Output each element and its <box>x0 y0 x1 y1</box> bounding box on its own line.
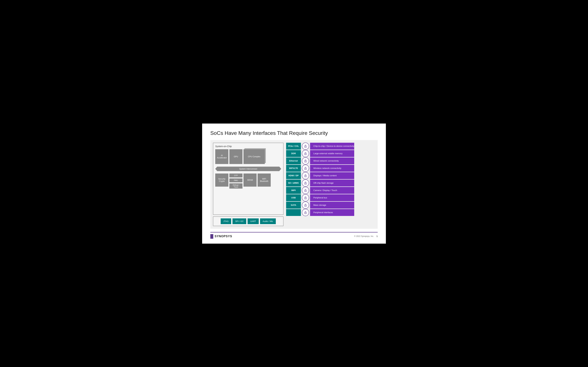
if-label-mipi: MIPI <box>286 187 301 194</box>
slide: SoCs Have Many Interfaces That Require S… <box>202 124 386 244</box>
lock-icon-ddr <box>304 152 307 155</box>
lock-peripheral <box>302 209 309 216</box>
lock-icon-ethernet <box>304 159 307 163</box>
lock-icon-wifi <box>304 167 307 170</box>
if-desc-wifi: Wireless network connectivity <box>310 165 354 172</box>
lock-icon-sd <box>304 181 307 185</box>
soc-label: System-on-Chip <box>215 145 281 148</box>
otp-block: OTP <box>229 174 242 177</box>
bottom-blocks: Security Crypto OTP PMU Debug / Trace SR… <box>215 174 281 189</box>
interface-row-pcie: PCIe / CXL Chip-to-chip / Device-to-devi… <box>286 143 354 150</box>
if-label-hdmi: HDMI / DP <box>286 172 301 179</box>
lock-wifi <box>302 165 309 172</box>
interface-column: PCIe / CXL Chip-to-chip / Device-to-devi… <box>286 143 354 216</box>
interface-row-sd: SD / eMMC Off-chip flash storage <box>286 180 354 186</box>
diagram-area: System-on-Chip AI Accelerator GPU CPU Co… <box>210 140 378 229</box>
lock-icon-usb <box>304 196 307 200</box>
interface-row-ddr: DDR Large external volatile memory <box>286 150 354 157</box>
interface-row-ethernet: Ethernet Wired network connectivity <box>286 158 354 164</box>
lock-hdmi <box>302 172 309 179</box>
interface-row-sata: SATA Mass storage <box>286 202 354 209</box>
ai-block: AI Accelerator <box>215 149 228 164</box>
interface-row-mipi: MIPI Camera / Display / Touch <box>286 187 354 194</box>
soc-column: System-on-Chip AI Accelerator GPU CPU Co… <box>213 143 284 226</box>
interconnect-arrow: System Interconnect <box>215 167 281 171</box>
soc-box: System-on-Chip AI Accelerator GPU CPU Co… <box>213 143 284 215</box>
jtag-button: JTAG <box>221 218 231 224</box>
footer-right: © 2022 Synopsys, Inc. 5 <box>354 235 378 238</box>
system-interconnect: System Interconnect <box>215 166 281 172</box>
page-number: 5 <box>377 235 378 238</box>
lock-icon-sata <box>304 203 307 207</box>
logo-text: SYNOPSYS <box>215 235 232 238</box>
lock-usb <box>302 194 309 201</box>
spi-button: SPI / I2C <box>233 218 246 224</box>
uart-button: UART <box>248 218 259 224</box>
lock-icon-mipi <box>304 189 307 192</box>
security-block: Security Crypto <box>215 174 228 187</box>
logo-area: SYNOPSYS <box>210 234 232 239</box>
if-label-peripheral <box>286 209 301 216</box>
if-desc-ddr: Large external volatile memory <box>310 150 354 157</box>
cpu-block-wrapper: CPU Complex <box>243 149 265 164</box>
if-desc-mipi: Camera / Display / Touch <box>310 187 354 194</box>
lock-icon-hdmi <box>304 174 307 177</box>
lock-icon-pcie <box>304 144 307 148</box>
lock-ethernet <box>302 157 309 165</box>
lock-sata <box>302 201 309 209</box>
pmu-block: PMU <box>229 178 242 182</box>
if-desc-hdmi: Displays / Media content <box>310 172 354 179</box>
if-label-pcie: PCIe / CXL <box>286 143 301 150</box>
if-desc-sd: Off-chip flash storage <box>310 180 354 186</box>
interface-row-hdmi: HDMI / DP Displays / Media content <box>286 172 354 179</box>
lock-mipi <box>302 187 309 194</box>
sram-block: SRAM <box>243 174 257 187</box>
if-label-sata: SATA <box>286 202 301 209</box>
logo-bar <box>210 234 213 239</box>
otp-group: OTP PMU Debug / Trace <box>229 174 242 189</box>
interface-row-usb: USB Peripheral bus <box>286 194 354 201</box>
if-label-ddr: DDR <box>286 150 301 157</box>
interface-row-peripheral: Peripheral interfaces <box>286 209 354 216</box>
if-label-sd: SD / eMMC <box>286 180 301 186</box>
slide-title: SoCs Have Many Interfaces That Require S… <box>210 130 378 136</box>
top-blocks: AI Accelerator GPU CPU Complex <box>215 149 281 164</box>
cpu-block: CPU Complex <box>243 149 265 164</box>
if-label-wifi: WiFi/LTE <box>286 165 301 172</box>
diagram-inner: System-on-Chip AI Accelerator GPU CPU Co… <box>213 143 354 226</box>
debug-block: Debug / Trace <box>229 183 242 189</box>
copyright: © 2022 Synopsys, Inc. <box>354 235 374 238</box>
if-desc-usb: Peripheral bus <box>310 194 354 201</box>
interconnect-label: System Interconnect <box>239 168 257 170</box>
lock-sd <box>302 179 309 187</box>
lock-pcie <box>302 142 309 150</box>
if-desc-sata: Mass storage <box>310 202 354 209</box>
jtag-row: JTAG SPI / I2C UART Audio / Mic <box>213 217 284 226</box>
audio-button: Audio / Mic <box>260 218 276 224</box>
if-desc-ethernet: Wired network connectivity <box>310 158 354 164</box>
if-label-usb: USB <box>286 194 301 201</box>
wifi-block: WiFi Bluetooth <box>258 174 271 187</box>
if-label-ethernet: Ethernet <box>286 158 301 164</box>
gpu-block: GPU <box>229 149 242 164</box>
interface-row-wifi: WiFi/LTE Wireless network connectivity <box>286 165 354 172</box>
lock-icon-peripheral <box>304 211 307 214</box>
footer: SYNOPSYS © 2022 Synopsys, Inc. 5 <box>210 232 378 239</box>
lock-ddr <box>302 150 309 157</box>
if-desc-pcie: Chip-to-chip / Device-to-device connecti… <box>310 143 354 150</box>
if-desc-peripheral: Peripheral interfaces <box>310 209 354 216</box>
